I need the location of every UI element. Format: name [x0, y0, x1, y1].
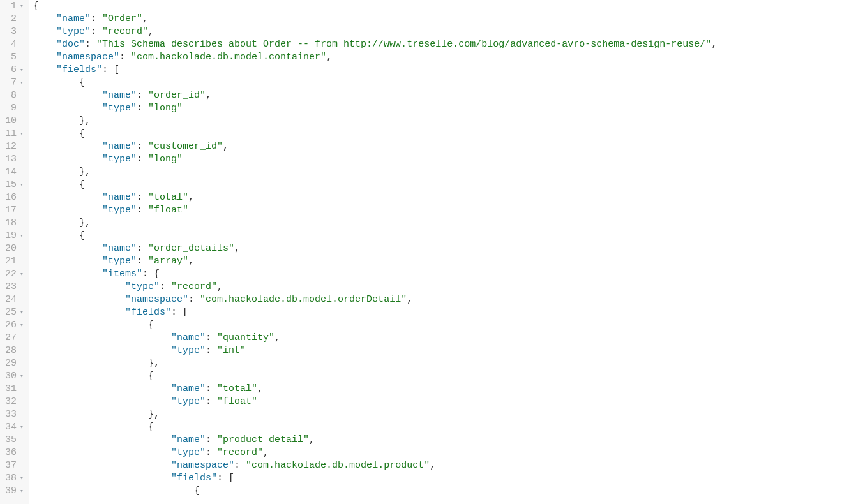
- json-punctuation: },: [148, 409, 160, 420]
- json-punctuation: ,: [188, 192, 194, 203]
- json-key: "namespace": [171, 460, 234, 471]
- code-line[interactable]: "type": "long": [33, 102, 717, 115]
- json-punctuation: : [: [102, 64, 119, 75]
- json-punctuation: :: [206, 383, 217, 394]
- line-number: 20: [0, 242, 25, 255]
- code-line[interactable]: {: [33, 370, 717, 383]
- fold-toggle-icon[interactable]: ▾: [19, 268, 25, 281]
- line-number: 35: [0, 434, 25, 447]
- code-line[interactable]: "type": "record",: [33, 447, 717, 459]
- json-string: "total": [148, 192, 188, 203]
- code-line[interactable]: "type": "float": [33, 204, 717, 217]
- line-number: 19▾: [0, 230, 25, 242]
- code-line[interactable]: "fields": [: [33, 306, 717, 319]
- line-number: 15▾: [0, 179, 25, 191]
- code-line[interactable]: "type": "record",: [33, 26, 717, 38]
- code-line[interactable]: },: [33, 166, 717, 179]
- line-number: 31: [0, 383, 25, 396]
- line-number: 4: [0, 38, 25, 51]
- line-number: 9: [0, 102, 25, 115]
- json-key: "type": [102, 103, 137, 114]
- json-key: "doc": [56, 39, 85, 50]
- fold-toggle-icon[interactable]: ▾: [19, 128, 25, 140]
- code-line[interactable]: "name": "product_detail",: [33, 434, 717, 447]
- json-string: "record": [102, 26, 148, 37]
- code-line[interactable]: "name": "total",: [33, 191, 717, 204]
- json-key: "type": [171, 396, 206, 407]
- json-punctuation: :: [188, 294, 200, 305]
- code-content-area[interactable]: { "name": "Order", "type": "record", "do…: [29, 0, 717, 504]
- code-line[interactable]: },: [33, 115, 717, 128]
- code-line[interactable]: "name": "customer_id",: [33, 140, 717, 153]
- code-line[interactable]: "items": {: [33, 268, 717, 281]
- fold-toggle-icon[interactable]: ▾: [19, 230, 25, 242]
- code-line[interactable]: "type": "array",: [33, 255, 717, 268]
- code-line[interactable]: "fields": [: [33, 472, 717, 485]
- code-line[interactable]: {: [33, 77, 717, 89]
- json-string: "long": [148, 103, 183, 114]
- json-punctuation: {: [79, 77, 85, 88]
- line-number: 17: [0, 204, 25, 217]
- code-line[interactable]: {: [33, 319, 717, 332]
- code-line[interactable]: "name": "order_id",: [33, 89, 717, 102]
- line-number: 16: [0, 191, 25, 204]
- fold-toggle-icon[interactable]: ▾: [19, 0, 25, 13]
- code-line[interactable]: "name": "order_details",: [33, 242, 717, 255]
- code-line[interactable]: {: [33, 230, 717, 242]
- json-key: "name": [56, 13, 91, 24]
- line-number: 27: [0, 332, 25, 345]
- json-key: "name": [102, 243, 137, 254]
- code-line[interactable]: {: [33, 421, 717, 434]
- code-line[interactable]: "namespace": "com.hackolade.db.model.ord…: [33, 293, 717, 306]
- json-punctuation: :: [206, 332, 217, 343]
- code-line[interactable]: {: [33, 179, 717, 191]
- fold-toggle-icon[interactable]: ▾: [19, 179, 25, 191]
- code-line[interactable]: {: [33, 128, 717, 140]
- json-key: "type": [125, 281, 160, 292]
- line-number: 12: [0, 140, 25, 153]
- code-line[interactable]: {: [33, 485, 717, 498]
- json-key: "type": [171, 345, 206, 356]
- json-punctuation: : [: [171, 307, 188, 318]
- code-line[interactable]: },: [33, 217, 717, 230]
- line-number: 25▾: [0, 306, 25, 319]
- json-punctuation: ,: [188, 256, 194, 267]
- code-line[interactable]: "namespace": "com.hackolade.db.model.con…: [33, 51, 717, 64]
- code-line[interactable]: "type": "long": [33, 153, 717, 166]
- fold-toggle-icon[interactable]: ▾: [19, 306, 25, 319]
- json-punctuation: ,: [309, 434, 315, 445]
- code-line[interactable]: {: [33, 0, 717, 13]
- json-string: "Order": [102, 13, 142, 24]
- code-line[interactable]: "namespace": "com.hackolade.db.model.pro…: [33, 459, 717, 472]
- line-number: 2: [0, 13, 25, 26]
- json-punctuation: :: [137, 154, 148, 165]
- code-line[interactable]: "fields": [: [33, 64, 717, 77]
- json-punctuation: {: [79, 230, 85, 241]
- fold-toggle-icon[interactable]: ▾: [19, 370, 25, 383]
- code-editor[interactable]: 1▾23456▾7▾891011▾12131415▾16171819▾20212…: [0, 0, 842, 504]
- fold-toggle-icon[interactable]: ▾: [19, 472, 25, 485]
- code-line[interactable]: "type": "float": [33, 396, 717, 408]
- fold-toggle-icon[interactable]: ▾: [19, 485, 25, 498]
- code-line[interactable]: },: [33, 408, 717, 421]
- fold-toggle-icon[interactable]: ▾: [19, 64, 25, 77]
- code-line[interactable]: },: [33, 357, 717, 370]
- code-line[interactable]: "name": "quantity",: [33, 332, 717, 345]
- code-line[interactable]: "type": "int": [33, 345, 717, 357]
- json-key: "type": [171, 447, 206, 458]
- fold-toggle-icon[interactable]: ▾: [19, 77, 25, 89]
- json-punctuation: :: [137, 205, 148, 216]
- fold-toggle-icon[interactable]: ▾: [19, 319, 25, 332]
- code-line[interactable]: "name": "total",: [33, 383, 717, 396]
- code-line[interactable]: "name": "Order",: [33, 13, 717, 26]
- json-punctuation: {: [148, 422, 154, 433]
- json-string: "quantity": [217, 332, 274, 343]
- code-line[interactable]: "doc": "This Schema describes about Orde…: [33, 38, 717, 51]
- json-punctuation: {: [148, 371, 154, 382]
- json-punctuation: ,: [257, 383, 263, 394]
- line-number: 38▾: [0, 472, 25, 485]
- fold-toggle-icon[interactable]: ▾: [19, 421, 25, 434]
- code-line[interactable]: "type": "record",: [33, 281, 717, 293]
- line-number: 1▾: [0, 0, 25, 13]
- json-punctuation: :: [91, 26, 102, 37]
